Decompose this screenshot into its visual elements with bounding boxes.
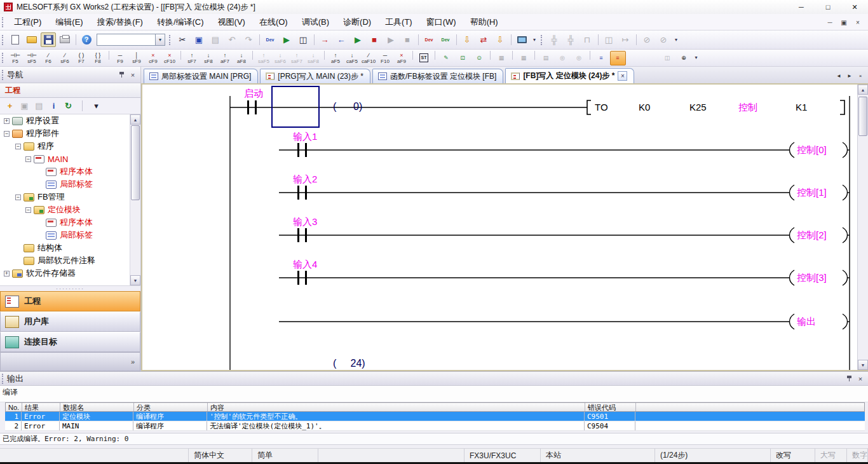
mdi-restore-button[interactable]: ▣ [837, 17, 850, 28]
menu-edit[interactable]: 编辑(E) [48, 15, 90, 30]
view-selector-user-library-button[interactable]: 用户库 [0, 311, 140, 332]
watch-stop-button[interactable]: ■ [400, 32, 415, 47]
menu-diagnostics[interactable]: 诊断(D) [336, 15, 378, 30]
menu-find-replace[interactable]: 搜索/替换(F) [90, 15, 150, 30]
caF10-button[interactable]: ∕caF10 [361, 51, 377, 65]
menu-online[interactable]: 在线(O) [252, 15, 295, 30]
print-button[interactable] [57, 32, 72, 47]
tab-list-close-button[interactable]: × [856, 71, 865, 81]
copy-data-button[interactable]: ▣ [18, 100, 31, 113]
cF9-button[interactable]: ×cF9 [146, 51, 161, 65]
scroll-up-button[interactable]: ▲ [858, 85, 868, 95]
sF8-button[interactable]: ↓sF8 [201, 51, 217, 65]
read-from-plc-button[interactable]: ← [334, 32, 349, 47]
edit-statement-button[interactable]: ⊡ [455, 51, 471, 65]
break2-button[interactable]: ⊘ [656, 32, 671, 47]
scrollbar-thumb[interactable] [131, 125, 140, 200]
toolbar-overflow-button[interactable]: ▾ [531, 32, 538, 47]
collapse-icon[interactable] [15, 144, 21, 149]
cross-reference-button[interactable]: ▶ [279, 32, 294, 47]
tree-scrollbar[interactable]: ▲ ▼ [130, 114, 140, 285]
sF9-button[interactable]: │sF9 [129, 51, 145, 65]
saF5-button[interactable]: ↑saF5 [256, 51, 272, 65]
menu-convert-compile[interactable]: 转换/编译(C) [150, 15, 211, 30]
tab-prg-write-main[interactable]: [PRG]写入 MAIN (23)步 * [260, 69, 370, 83]
error-row-2[interactable]: 2 Error MAIN 编译程序 无法编译'定位模块(定位模块_1)'。 C9… [5, 421, 865, 431]
saF8-button[interactable]: ↓saF8 [306, 51, 322, 65]
pin-button[interactable] [843, 374, 855, 384]
tree-item-program[interactable]: 程序 [0, 140, 140, 153]
entry-monitor-button[interactable]: ╬ [563, 32, 578, 47]
refresh-button[interactable]: ↻ [62, 100, 75, 113]
write-to-plc-button[interactable]: → [317, 32, 332, 47]
comment-display-button[interactable]: ▤ [538, 51, 554, 65]
menu-view[interactable]: 视图(V) [211, 15, 252, 30]
F5-button[interactable]: ⊣⊢F5 [8, 51, 24, 65]
expand-icon[interactable] [4, 118, 10, 124]
tree-item-main[interactable]: MAIN [0, 153, 140, 165]
monitor-stop-button[interactable]: ■ [367, 32, 382, 47]
program-selector[interactable]: ▾ [97, 34, 165, 46]
view-selector-expand-button[interactable]: » [0, 352, 140, 371]
cut-button[interactable]: ✂ [175, 32, 190, 47]
scrollbar-thumb[interactable] [858, 97, 867, 136]
buffer-memory-button[interactable]: ◫ [601, 32, 616, 47]
maximize-button[interactable]: □ [815, 0, 841, 14]
menu-tools[interactable]: 工具(T) [378, 15, 419, 30]
device-test-off-button[interactable]: Dev [438, 32, 453, 47]
menu-help[interactable]: 帮助(H) [463, 15, 505, 30]
edit-note-button[interactable]: ⊙ [471, 51, 487, 65]
redo-button[interactable]: ↷ [241, 32, 256, 47]
undo-button[interactable]: ↶ [224, 32, 240, 47]
ladder-monitor-button[interactable]: ╬ [546, 32, 562, 47]
tree-item-local-label[interactable]: 局部标签 [0, 178, 140, 191]
tab-fb-label-positioning[interactable]: 函数/FB标签设置 定位模块 [FB] [372, 69, 503, 83]
program-transfer-button[interactable]: ⇄ [476, 32, 491, 47]
sF5-button[interactable]: ⊣⊢sF5 [24, 51, 40, 65]
tab-local-label-main[interactable]: 局部标签设置 MAIN [PRG] [144, 69, 258, 83]
paste-button[interactable]: ▤ [208, 32, 223, 47]
tree-item-fb-local-label[interactable]: 局部标签 [0, 229, 140, 242]
copy-button[interactable]: ▣ [191, 32, 207, 47]
break1-button[interactable]: ⊘ [639, 32, 654, 47]
pin-button[interactable] [116, 70, 127, 80]
zoom-find-button[interactable] [627, 51, 642, 65]
aF9-button[interactable]: ×aF9 [394, 51, 410, 65]
sF6-button[interactable]: ∕sF6 [57, 51, 73, 65]
aF8-button[interactable]: ↓aF8 [234, 51, 250, 65]
scroll-down-button[interactable]: ▼ [130, 275, 140, 285]
open-project-button[interactable] [24, 32, 39, 47]
expand-icon[interactable] [4, 271, 10, 276]
aF7-button[interactable]: ↑aF7 [217, 51, 233, 65]
toolbar-overflow-button[interactable]: ▾ [693, 51, 700, 65]
view-selector-connection-button[interactable]: 连接目标 [0, 332, 140, 352]
menu-debug[interactable]: 调试(B) [295, 15, 336, 30]
mdi-minimize-button[interactable]: ─ [824, 17, 836, 28]
scroll-up-button[interactable]: ▲ [130, 114, 140, 125]
watch-start-button[interactable]: ▶ [383, 32, 398, 47]
tab-scroll-right-button[interactable]: ► [845, 71, 854, 81]
scroll-down-button[interactable]: ▼ [858, 360, 868, 370]
zoom-replace-button[interactable] [643, 51, 659, 65]
tree-item-local-device-comment[interactable]: 局部软元件注释 [0, 254, 140, 267]
pc-connection-button[interactable] [514, 32, 529, 47]
transfer-setup-button[interactable]: ⇩ [459, 32, 475, 47]
watch-window-button[interactable]: ⊓ [580, 32, 595, 47]
F10-button[interactable]: ─F10 [377, 51, 393, 65]
tree-item-positioning-module[interactable]: 定位模块 [0, 203, 140, 216]
toolbar-overflow-button[interactable]: ▾ [672, 32, 680, 47]
save-project-button[interactable] [41, 32, 56, 47]
verify-button[interactable]: ⇩ [492, 32, 508, 47]
device-test-on-button[interactable]: Dev [421, 32, 437, 47]
dropdown-arrow-icon[interactable]: ▾ [155, 34, 165, 46]
error-row-1[interactable]: 1 Error 定位模块 编译程序 '控制'的软元件类型不正确。 C9501 [5, 412, 865, 421]
F6-button[interactable]: ∕F6 [41, 51, 57, 65]
close-button[interactable]: ✕ [841, 0, 868, 14]
device-display-button[interactable]: ◫ [660, 51, 675, 65]
mdi-close-button[interactable]: × [851, 17, 864, 28]
compile-tab[interactable]: 编译 [0, 386, 868, 402]
inline-st-button[interactable]: ST [416, 51, 432, 65]
write-mode-button[interactable]: ▦ [516, 51, 532, 65]
minimize-button[interactable]: ─ [788, 0, 815, 14]
new-project-button[interactable] [8, 32, 23, 47]
